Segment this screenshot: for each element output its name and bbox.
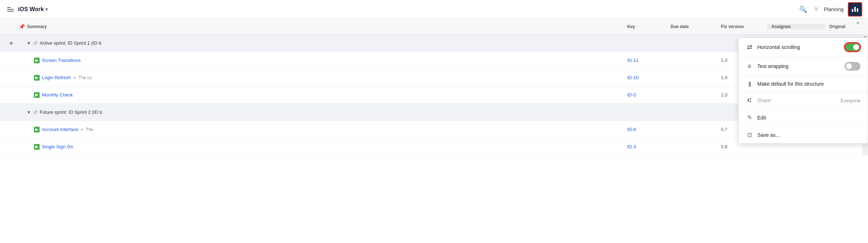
horizontal-scrolling-toggle[interactable] [845,43,860,51]
expand-icon[interactable]: ▼ [27,41,31,46]
structure-button[interactable] [848,2,862,17]
hamburger-icon[interactable] [6,6,15,13]
task-icon: ▶ [34,75,40,81]
task-summary: ▶ Screen Transitions [14,58,623,63]
header-right: 🔍 ⑂ Planning [798,2,863,17]
make-default-icon: ||| [746,81,753,87]
row-fixver: 0.8 [717,144,767,149]
dropdown-item-edit[interactable]: ✎ Edit [739,109,868,126]
table-row[interactable]: ⋮⋮ ▶ Monthly Check ID-5 1.0 [0,86,868,104]
share-icon: ⑆ [746,97,753,104]
table-row[interactable]: ⋮⋮ ▶ Login Refresh • The cu ID-10 1.0 [0,69,868,86]
filter-icon[interactable]: ⑂ [813,4,820,14]
table-row[interactable]: ⋮⋮ ▶ Screen Transitions ID-11 1.0 [0,52,868,69]
app-title-text: iOS Work [18,6,44,13]
task-description: The [86,127,93,132]
row-drag-handle[interactable]: ⋮⋮ [0,58,14,63]
dropdown-item-label: Edit [757,115,766,121]
dropdown-item-label: Share [757,98,771,103]
dropdown-item-value: Everyone [841,98,860,103]
dropdown-item-label: Text wrapping [757,63,788,69]
dropdown-item-left: ⇄ Horizontal scrolling [746,43,800,51]
table-row[interactable]: ⋮⋮ ▶ Single Sign On ID-3 0.8 [0,138,868,156]
col-key: Key [623,24,666,29]
table-body: ⋮⋮ ▼ ↺ Active sprint: ID Sprint 1 (ID b … [0,35,868,156]
pin-icon: 📌 [19,24,25,30]
save-as-icon: ⊡ [746,131,753,138]
text-wrapping-toggle[interactable] [845,62,860,71]
task-link[interactable]: Single Sign On [42,144,73,149]
task-link[interactable]: Monthly Check [42,92,73,98]
task-description: The cu [79,75,92,80]
task-link[interactable]: Login Refresh [42,75,71,80]
table-row[interactable]: ⋮⋮ ▼ ↺ Future sprint: ID Sprint 2 (ID b [0,104,868,121]
col-fix-version: Fix version [717,24,767,29]
horizontal-scroll-icon: ⇄ [746,43,753,51]
planning-label[interactable]: Planning [824,6,844,12]
table-row[interactable]: ⋮⋮ ▼ ↺ Active sprint: ID Sprint 1 (ID b [0,35,868,52]
col-summary: 📌 Summary [14,24,623,30]
table-header: 📌 Summary Key Due date Fix version Assig… [0,19,868,35]
task-link[interactable]: Screen Transitions [42,58,81,63]
dropdown-item-label: Save as... [757,132,780,138]
dropdown-item-save-as[interactable]: ⊡ Save as... [739,126,868,143]
dropdown-item-left: ✎ Edit [746,114,766,121]
dropdown-item-label: Make default for this structure [757,81,824,87]
toggle-thumb [853,44,859,50]
row-key: ID-11 [623,58,666,63]
text-wrap-icon: ≡ [746,63,753,70]
group-summary: ▼ ↺ Active sprint: ID Sprint 1 (ID b [14,40,623,46]
row-key: ID-3 [623,144,666,149]
structure-bars-icon [852,7,858,12]
task-summary: ▶ Login Refresh • The cu [14,75,623,81]
row-drag-handle[interactable]: ⋮⋮ [0,110,14,114]
table-container: 📌 Summary Key Due date Fix version Assig… [0,19,868,156]
dropdown-item-text-wrapping[interactable]: ≡ Text wrapping [739,57,868,76]
dropdown-panel: ⇄ Horizontal scrolling ≡ Text wrapping |… [738,37,868,144]
header: iOS Work ▾ 🔍 ⑂ Planning [0,0,868,19]
dropdown-item-left: ≡ Text wrapping [746,63,788,70]
group-summary: ▼ ↺ Future sprint: ID Sprint 2 (ID b [14,109,623,115]
task-summary: ▶ Single Sign On [14,144,623,150]
row-drag-handle[interactable]: ⋮⋮ [0,75,14,80]
expand-icon[interactable]: ▼ [27,110,31,115]
add-column-button[interactable]: + [854,19,862,27]
edit-icon: ✎ [746,114,753,121]
row-key: ID-8 [623,127,666,132]
row-drag-handle[interactable]: ⋮⋮ [0,93,14,97]
col-due-date: Due date [666,24,717,29]
chevron-down-icon: ▾ [45,7,48,12]
row-key: ID-5 [623,92,666,98]
row-key: ID-10 [623,75,666,80]
header-left: iOS Work ▾ [6,6,48,13]
dropdown-item-left: ⊡ Save as... [746,131,780,138]
dropdown-item-horizontal-scrolling[interactable]: ⇄ Horizontal scrolling [739,38,868,57]
dropdown-item-left: ||| Make default for this structure [746,81,824,87]
task-summary: ▶ Monthly Check [14,92,623,98]
task-icon: ▶ [34,92,40,98]
refresh-icon: ↺ [33,109,37,115]
app-title[interactable]: iOS Work ▾ [18,6,48,13]
row-drag-handle[interactable]: ⋮⋮ [0,127,14,132]
refresh-icon: ↺ [33,40,37,46]
toggle-thumb [846,63,852,69]
task-icon: ▶ [34,58,40,63]
task-link[interactable]: Account Interface [42,127,78,132]
dot-separator: • [81,127,83,132]
task-icon: ▶ [34,144,40,150]
dropdown-item-left: ⑆ Share [746,97,771,104]
col-assignee: Assignee [767,24,825,29]
task-summary: ▶ Account Interface • The [14,127,623,132]
task-icon: ▶ [34,127,40,132]
table-row[interactable]: ⋮⋮ ▶ Account Interface • The ID-8 0.7 [0,121,868,138]
dropdown-item-share[interactable]: ⑆ Share Everyone [739,92,868,109]
row-drag-handle[interactable]: ⋮⋮ [0,144,14,149]
dropdown-item-label: Horizontal scrolling [757,44,800,50]
group-label: Future sprint: ID Sprint 2 (ID b [40,109,102,115]
group-label: Active sprint: ID Sprint 1 (ID b [40,40,101,46]
dot-separator: • [74,75,76,81]
search-icon[interactable]: 🔍 [798,4,809,15]
dropdown-item-make-default[interactable]: ||| Make default for this structure [739,76,868,92]
row-drag-handle[interactable]: ⋮⋮ [0,41,14,45]
